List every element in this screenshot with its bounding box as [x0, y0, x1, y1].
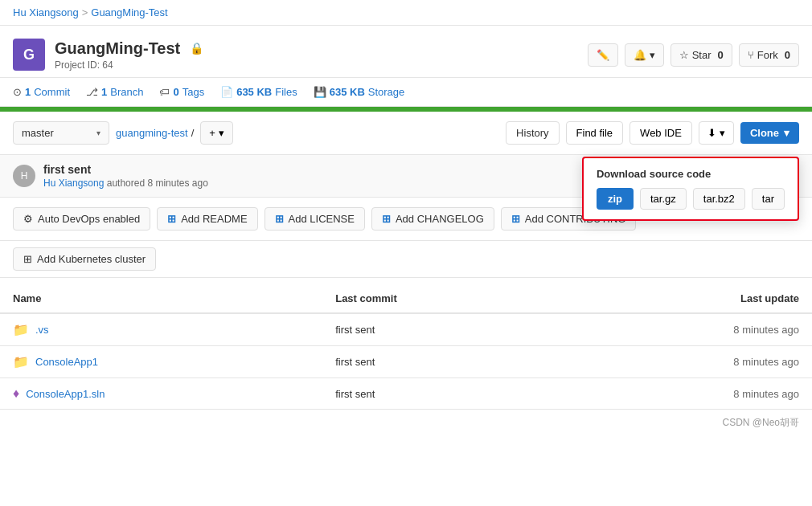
commits-label: Commit — [34, 86, 70, 98]
col-commit: Last commit — [322, 284, 561, 313]
star-count: 0 — [718, 49, 724, 61]
clone-button[interactable]: Clone ▾ — [740, 122, 799, 144]
footer-note: CSDN @Neo胡哥 — [0, 410, 812, 436]
download-zip-button[interactable]: zip — [597, 188, 634, 210]
file-name: 📁 .vs — [13, 322, 310, 337]
branches-icon: ⎇ — [86, 86, 98, 98]
gear-icon: ⚙ — [23, 213, 33, 225]
project-stats: ⊙ 1 Commit ⎇ 1 Branch 🏷 0 Tags 📄 635 KB … — [0, 78, 812, 107]
history-button[interactable]: History — [506, 121, 559, 145]
add-license-label: Add LICENSE — [289, 213, 355, 225]
project-title: GuangMing-Test — [55, 39, 180, 58]
project-subtitle: Project ID: 64 — [55, 59, 203, 71]
lock-icon: 🔒 — [190, 42, 203, 55]
branches-stat[interactable]: ⎇ 1 Branch — [86, 86, 143, 98]
add-license-button[interactable]: ⊞ Add LICENSE — [265, 207, 365, 231]
clone-label: Clone — [750, 127, 779, 139]
col-update: Last update — [562, 284, 812, 313]
file-name: ♦ ConsoleApp1.sln — [13, 386, 310, 401]
storage-stat[interactable]: 💾 635 KB Storage — [314, 86, 405, 98]
avatar-placeholder: H — [21, 170, 28, 182]
download-popup: Download source code zip tar.gz tar.bz2 … — [582, 157, 799, 221]
add-changelog-button[interactable]: ⊞ Add CHANGELOG — [371, 207, 494, 231]
file-link[interactable]: .vs — [35, 324, 49, 336]
branch-chevron-icon: ▾ — [96, 129, 100, 137]
find-file-button[interactable]: Find file — [566, 121, 624, 145]
auto-devops-label: Auto DevOps enabled — [38, 213, 140, 225]
table-row: 📁 .vs first sent 8 minutes ago — [0, 313, 812, 346]
commit-message: first sent — [43, 163, 208, 176]
kubernetes-bar: ⊞ Add Kubernetes cluster — [0, 241, 812, 278]
repo-toolbar-right: History Find file Web IDE ⬇ ▾ Clone ▾ Do… — [506, 121, 799, 145]
table-row: ♦ ConsoleApp1.sln first sent 8 minutes a… — [0, 378, 812, 410]
commit-author-link[interactable]: Hu Xiangsong — [43, 178, 104, 189]
file-update: 8 minutes ago — [562, 378, 812, 410]
breadcrumb-user-link[interactable]: Hu Xiangsong — [13, 6, 79, 18]
sln-icon: ♦ — [13, 386, 19, 401]
repo-toolbar-left: master ▾ guangming-test / + ▾ — [13, 121, 233, 145]
file-update: 8 minutes ago — [562, 313, 812, 346]
auto-devops-button[interactable]: ⚙ Auto DevOps enabled — [13, 207, 150, 231]
download-icon: ⬇ — [707, 127, 716, 139]
folder-icon: 📁 — [13, 322, 29, 337]
edit-button[interactable]: ✏️ — [588, 43, 618, 67]
commit-time: authored 8 minutes ago — [107, 178, 208, 189]
breadcrumb-project-link[interactable]: GuangMing-Test — [91, 6, 167, 18]
star-label: Star — [692, 49, 712, 61]
clone-chevron-icon: ▾ — [784, 127, 789, 139]
commits-stat[interactable]: ⊙ 1 Commit — [13, 86, 70, 98]
web-ide-button[interactable]: Web IDE — [630, 121, 692, 145]
file-link[interactable]: ConsoleApp1 — [35, 356, 98, 368]
storage-size: 635 KB — [330, 86, 365, 98]
path-separator: / — [191, 127, 195, 139]
plus-icon: ⊞ — [382, 213, 391, 225]
branch-selector[interactable]: master ▾ — [13, 121, 109, 145]
download-tar-bz2-button[interactable]: tar.bz2 — [693, 188, 745, 210]
add-readme-button[interactable]: ⊞ Add README — [157, 207, 257, 231]
plus-icon: ⊞ — [167, 213, 176, 225]
commits-icon: ⊙ — [13, 86, 22, 98]
commit-row-left: H first sent Hu Xiangsong authored 8 min… — [13, 163, 208, 189]
download-popup-title: Download source code — [597, 168, 785, 180]
file-commit-msg: first sent — [322, 346, 561, 378]
download-tar-button[interactable]: tar — [752, 188, 785, 210]
breadcrumb-separator: > — [82, 6, 88, 18]
fork-label: Fork — [757, 49, 778, 61]
fork-button[interactable]: ⑂ Fork 0 — [739, 43, 799, 67]
file-commit-msg: first sent — [322, 313, 561, 346]
plus-icon: ⊞ — [23, 253, 32, 265]
files-icon: 📄 — [220, 86, 233, 98]
notify-button[interactable]: 🔔 ▾ — [625, 43, 664, 67]
commit-avatar: H — [13, 165, 35, 187]
file-commit-msg: first sent — [322, 378, 561, 410]
branch-name: master — [22, 127, 54, 139]
download-tar-gz-button[interactable]: tar.gz — [640, 188, 687, 210]
star-button[interactable]: ☆ Star 0 — [671, 43, 732, 67]
add-kubernetes-button[interactable]: ⊞ Add Kubernetes cluster — [13, 247, 156, 271]
tags-label: Tags — [182, 86, 204, 98]
tags-stat[interactable]: 🏷 0 Tags — [159, 86, 204, 98]
add-chevron-icon: ▾ — [219, 127, 224, 139]
files-size: 635 KB — [236, 86, 272, 98]
notify-chevron: ▾ — [650, 49, 655, 61]
plus-icon: ⊞ — [511, 213, 520, 225]
branches-count: 1 — [101, 86, 107, 98]
file-link[interactable]: ConsoleApp1.sln — [26, 388, 105, 400]
table-row: 📁 ConsoleApp1 first sent 8 minutes ago — [0, 346, 812, 378]
files-stat[interactable]: 📄 635 KB Files — [220, 86, 297, 98]
path-nav: guangming-test / — [116, 127, 194, 139]
add-file-button[interactable]: + ▾ — [200, 121, 233, 145]
commits-count: 1 — [25, 86, 31, 98]
files-label: Files — [275, 86, 297, 98]
download-options: zip tar.gz tar.bz2 tar — [597, 188, 785, 210]
breadcrumb: Hu Xiangsong > GuangMing-Test — [0, 0, 812, 26]
path-link[interactable]: guangming-test — [116, 127, 188, 139]
project-actions: ✏️ 🔔 ▾ ☆ Star 0 ⑂ Fork 0 — [588, 43, 799, 67]
folder-icon: 📁 — [13, 354, 29, 369]
kubernetes-label: Add Kubernetes cluster — [37, 253, 146, 265]
download-chevron-icon: ▾ — [720, 127, 725, 139]
project-header: G GuangMing-Test 🔒 Project ID: 64 ✏️ 🔔 ▾… — [0, 26, 812, 78]
download-button[interactable]: ⬇ ▾ — [699, 121, 734, 145]
commit-meta: Hu Xiangsong authored 8 minutes ago — [43, 178, 208, 189]
branches-label: Branch — [110, 86, 143, 98]
